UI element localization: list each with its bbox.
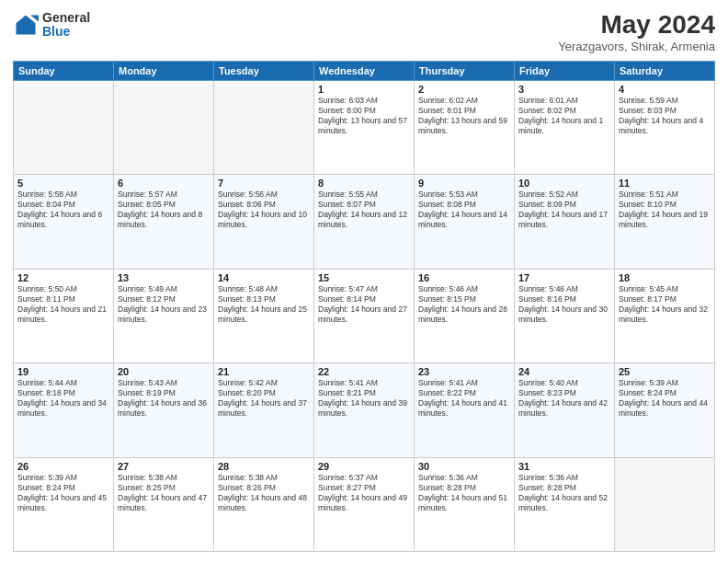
svg-marker-0 <box>17 16 36 35</box>
day-number: 31 <box>518 461 610 472</box>
day-number: 21 <box>218 366 310 377</box>
day-cell: 31Sunrise: 5:36 AMSunset: 8:28 PMDayligh… <box>515 457 615 551</box>
logo-general-text: General <box>42 11 90 25</box>
logo-icon <box>13 12 39 38</box>
day-number: 10 <box>518 178 610 189</box>
day-cell: 29Sunrise: 5:37 AMSunset: 8:27 PMDayligh… <box>314 457 415 551</box>
day-info: Sunrise: 5:59 AMSunset: 8:03 PMDaylight:… <box>619 96 711 136</box>
day-cell: 26Sunrise: 5:39 AMSunset: 8:24 PMDayligh… <box>14 457 114 551</box>
day-number: 13 <box>118 272 210 283</box>
day-info: Sunrise: 6:02 AMSunset: 8:01 PMDaylight:… <box>418 96 510 136</box>
day-number: 19 <box>17 366 109 377</box>
day-info: Sunrise: 5:51 AMSunset: 8:10 PMDaylight:… <box>619 190 711 230</box>
day-cell <box>114 80 214 174</box>
day-info: Sunrise: 5:42 AMSunset: 8:20 PMDaylight:… <box>218 378 310 419</box>
day-cell: 11Sunrise: 5:51 AMSunset: 8:10 PMDayligh… <box>615 175 715 269</box>
day-number: 2 <box>418 84 510 95</box>
day-info: Sunrise: 5:38 AMSunset: 8:26 PMDaylight:… <box>218 473 310 513</box>
day-info: Sunrise: 5:39 AMSunset: 8:24 PMDaylight:… <box>619 378 711 419</box>
day-cell: 25Sunrise: 5:39 AMSunset: 8:24 PMDayligh… <box>615 363 715 457</box>
day-cell: 24Sunrise: 5:40 AMSunset: 8:23 PMDayligh… <box>515 363 615 457</box>
calendar-table: Sunday Monday Tuesday Wednesday Thursday… <box>13 61 715 552</box>
day-number: 5 <box>17 178 109 189</box>
day-number: 17 <box>518 272 610 283</box>
day-number: 15 <box>318 272 410 283</box>
day-cell: 20Sunrise: 5:43 AMSunset: 8:19 PMDayligh… <box>114 363 214 457</box>
logo-blue-text: Blue <box>42 25 90 39</box>
week-row-5: 26Sunrise: 5:39 AMSunset: 8:24 PMDayligh… <box>14 457 715 551</box>
day-cell: 7Sunrise: 5:56 AMSunset: 8:06 PMDaylight… <box>214 175 314 269</box>
day-cell: 21Sunrise: 5:42 AMSunset: 8:20 PMDayligh… <box>214 363 314 457</box>
day-cell: 6Sunrise: 5:57 AMSunset: 8:05 PMDaylight… <box>114 175 214 269</box>
day-cell: 17Sunrise: 5:46 AMSunset: 8:16 PMDayligh… <box>515 269 615 362</box>
week-row-2: 5Sunrise: 5:58 AMSunset: 8:04 PMDaylight… <box>14 175 715 269</box>
day-info: Sunrise: 5:43 AMSunset: 8:19 PMDaylight:… <box>118 378 210 419</box>
day-cell <box>615 457 715 551</box>
day-info: Sunrise: 5:49 AMSunset: 8:12 PMDaylight:… <box>118 284 210 325</box>
day-info: Sunrise: 5:45 AMSunset: 8:17 PMDaylight:… <box>619 284 711 325</box>
day-cell: 15Sunrise: 5:47 AMSunset: 8:14 PMDayligh… <box>314 269 415 362</box>
main-title: May 2024 <box>558 11 715 40</box>
day-number: 14 <box>218 272 310 283</box>
day-number: 3 <box>518 84 610 95</box>
header: General Blue May 2024 Yerazgavors, Shira… <box>13 11 715 53</box>
subtitle: Yerazgavors, Shirak, Armenia <box>558 40 715 53</box>
day-cell: 5Sunrise: 5:58 AMSunset: 8:04 PMDaylight… <box>14 175 114 269</box>
th-sunday: Sunday <box>14 61 114 80</box>
day-info: Sunrise: 5:55 AMSunset: 8:07 PMDaylight:… <box>318 190 410 230</box>
day-cell: 4Sunrise: 5:59 AMSunset: 8:03 PMDaylight… <box>615 80 715 174</box>
day-cell: 28Sunrise: 5:38 AMSunset: 8:26 PMDayligh… <box>214 457 314 551</box>
day-info: Sunrise: 5:48 AMSunset: 8:13 PMDaylight:… <box>218 284 310 325</box>
day-number: 7 <box>218 178 310 189</box>
day-cell: 10Sunrise: 5:52 AMSunset: 8:09 PMDayligh… <box>515 175 615 269</box>
day-info: Sunrise: 5:58 AMSunset: 8:04 PMDaylight:… <box>17 190 109 230</box>
day-info: Sunrise: 5:41 AMSunset: 8:21 PMDaylight:… <box>318 378 410 419</box>
header-row: Sunday Monday Tuesday Wednesday Thursday… <box>14 61 715 80</box>
day-info: Sunrise: 5:39 AMSunset: 8:24 PMDaylight:… <box>17 473 109 513</box>
day-number: 24 <box>518 366 610 377</box>
logo: General Blue <box>13 11 90 40</box>
title-block: May 2024 Yerazgavors, Shirak, Armenia <box>558 11 715 53</box>
day-number: 4 <box>619 84 711 95</box>
day-cell <box>14 80 114 174</box>
day-cell: 19Sunrise: 5:44 AMSunset: 8:18 PMDayligh… <box>14 363 114 457</box>
day-number: 20 <box>118 366 210 377</box>
th-friday: Friday <box>515 61 615 80</box>
day-number: 12 <box>17 272 109 283</box>
week-row-3: 12Sunrise: 5:50 AMSunset: 8:11 PMDayligh… <box>14 269 715 362</box>
day-cell: 30Sunrise: 5:36 AMSunset: 8:28 PMDayligh… <box>415 457 515 551</box>
day-info: Sunrise: 5:40 AMSunset: 8:23 PMDaylight:… <box>518 378 610 419</box>
th-wednesday: Wednesday <box>314 61 415 80</box>
day-info: Sunrise: 5:50 AMSunset: 8:11 PMDaylight:… <box>17 284 109 325</box>
day-cell: 16Sunrise: 5:46 AMSunset: 8:15 PMDayligh… <box>415 269 515 362</box>
day-info: Sunrise: 5:46 AMSunset: 8:16 PMDaylight:… <box>518 284 610 325</box>
day-number: 6 <box>118 178 210 189</box>
day-info: Sunrise: 5:36 AMSunset: 8:28 PMDaylight:… <box>518 473 610 513</box>
week-row-4: 19Sunrise: 5:44 AMSunset: 8:18 PMDayligh… <box>14 363 715 457</box>
day-info: Sunrise: 5:56 AMSunset: 8:06 PMDaylight:… <box>218 190 310 230</box>
th-saturday: Saturday <box>615 61 715 80</box>
day-number: 23 <box>418 366 510 377</box>
day-number: 18 <box>619 272 711 283</box>
day-number: 28 <box>218 461 310 472</box>
day-cell: 9Sunrise: 5:53 AMSunset: 8:08 PMDaylight… <box>415 175 515 269</box>
day-info: Sunrise: 5:44 AMSunset: 8:18 PMDaylight:… <box>17 378 109 419</box>
day-number: 22 <box>318 366 410 377</box>
day-cell: 13Sunrise: 5:49 AMSunset: 8:12 PMDayligh… <box>114 269 214 362</box>
day-cell: 3Sunrise: 6:01 AMSunset: 8:02 PMDaylight… <box>515 80 615 174</box>
day-number: 25 <box>619 366 711 377</box>
day-cell: 1Sunrise: 6:03 AMSunset: 8:00 PMDaylight… <box>314 80 415 174</box>
day-info: Sunrise: 5:38 AMSunset: 8:25 PMDaylight:… <box>118 473 210 513</box>
day-info: Sunrise: 6:03 AMSunset: 8:00 PMDaylight:… <box>318 96 410 136</box>
day-number: 1 <box>318 84 410 95</box>
day-info: Sunrise: 6:01 AMSunset: 8:02 PMDaylight:… <box>518 96 610 136</box>
day-info: Sunrise: 5:53 AMSunset: 8:08 PMDaylight:… <box>418 190 510 230</box>
day-info: Sunrise: 5:47 AMSunset: 8:14 PMDaylight:… <box>318 284 410 325</box>
day-number: 11 <box>619 178 711 189</box>
th-monday: Monday <box>114 61 214 80</box>
week-row-1: 1Sunrise: 6:03 AMSunset: 8:00 PMDaylight… <box>14 80 715 174</box>
page: General Blue May 2024 Yerazgavors, Shira… <box>0 0 728 563</box>
day-number: 26 <box>17 461 109 472</box>
day-info: Sunrise: 5:41 AMSunset: 8:22 PMDaylight:… <box>418 378 510 419</box>
day-cell: 8Sunrise: 5:55 AMSunset: 8:07 PMDaylight… <box>314 175 415 269</box>
